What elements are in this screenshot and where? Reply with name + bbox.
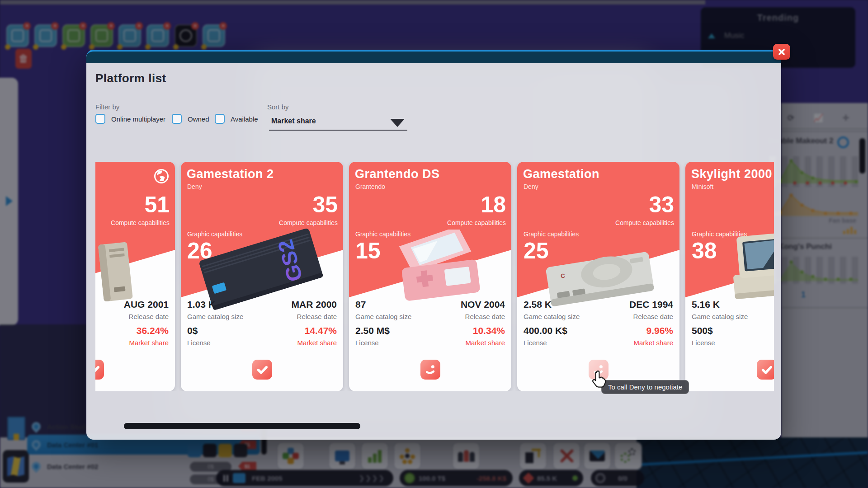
console-illustration <box>95 239 137 307</box>
compute-value: 51 <box>144 193 170 216</box>
sort-dropdown-value: Market share <box>271 117 316 125</box>
market-share-value: 36.24% <box>137 325 169 336</box>
compute-label: Compute capabilities <box>615 219 674 226</box>
close-icon <box>776 47 788 57</box>
graphic-value: 38 <box>692 239 717 262</box>
checkbox-label: Online multiplayer <box>111 115 165 123</box>
platform-company: Deny <box>524 183 538 190</box>
sort-by-label: Sort by <box>267 103 289 111</box>
market-share-label: Market share <box>129 339 169 347</box>
platform-card: Skylight 2000MinisoftGraphic capabilitie… <box>685 162 774 391</box>
page-title: Platform list <box>95 71 166 85</box>
platform-company: Deny <box>187 183 202 190</box>
filter-by-label: Filter by <box>95 103 119 111</box>
release-value: DEC 1994 <box>629 299 673 310</box>
check-icon <box>95 362 102 377</box>
release-label: Release date <box>297 313 337 320</box>
platform-cards-viewport[interactable]: 51 Compute capabilitiesAUG 2001 Release … <box>95 162 774 391</box>
globe-icon <box>153 168 170 184</box>
check-icon <box>255 362 270 377</box>
platform-card: Grantendo DSGrantendo18 Compute capabili… <box>349 162 511 391</box>
release-label: Release date <box>465 313 505 320</box>
catalog-value: 1.03 K <box>187 299 215 310</box>
platform-name: Grantendo DS <box>355 167 440 181</box>
checkbox-owned[interactable]: Owned <box>172 114 209 124</box>
release-value: AUG 2001 <box>124 299 169 310</box>
platform-card: Gamestation 2Deny35 Compute capabilities… <box>181 162 343 391</box>
market-share-label: Market share <box>465 339 505 347</box>
license-label: License <box>187 339 211 347</box>
catalog-value: 87 <box>355 299 366 310</box>
modal-header-band <box>86 50 781 63</box>
catalog-label: Game catalog size <box>355 313 411 320</box>
compute-value: 18 <box>481 193 506 216</box>
market-share-label: Market share <box>297 339 337 347</box>
owned-check-button[interactable] <box>757 360 774 380</box>
market-share-value: 14.47% <box>305 325 337 336</box>
cards-scrollbar-thumb[interactable] <box>124 423 360 429</box>
platform-name: Skylight 2000 <box>691 167 772 181</box>
platform-card: GamestationDeny33 Compute capabilitiesGr… <box>517 162 679 391</box>
chevron-down-icon <box>390 119 405 127</box>
tooltip: To call Deny to negotiate <box>601 380 689 394</box>
catalog-value: 5.16 K <box>692 299 720 310</box>
platform-company: Minisoft <box>692 183 713 190</box>
owned-check-button[interactable] <box>95 360 104 380</box>
compute-value: 35 <box>312 193 338 216</box>
checkbox-label: Available <box>231 115 258 123</box>
license-value: 500$ <box>692 325 713 336</box>
game-screen: ✕ ✕ ✕ ✕ ✕ ✕ ✕ ✕ 🗑 Trending Music ⟳ 📈 ✛ <box>0 0 868 488</box>
market-share-label: Market share <box>633 339 673 347</box>
check-icon <box>759 362 774 377</box>
catalog-label: Game catalog size <box>187 313 243 320</box>
phone-icon <box>423 362 438 377</box>
market-share-value: 10.34% <box>473 325 505 336</box>
license-label: License <box>524 339 547 347</box>
release-label: Release date <box>633 313 673 320</box>
console-illustration <box>720 230 774 310</box>
platform-name: Gamestation <box>523 167 599 181</box>
compute-value: 33 <box>649 193 674 216</box>
checkbox-box[interactable] <box>215 114 225 124</box>
platform-name: Gamestation 2 <box>187 167 274 181</box>
checkbox-available[interactable]: Available <box>215 114 258 124</box>
release-label: Release date <box>129 313 169 320</box>
license-value: 0$ <box>187 325 198 336</box>
checkbox-box[interactable] <box>172 114 182 124</box>
checkbox-online-multiplayer[interactable]: Online multiplayer <box>95 114 165 124</box>
checkbox-label: Owned <box>188 115 209 123</box>
graphic-label: Graphic capabilities <box>524 230 579 238</box>
compute-label: Compute capabilities <box>111 219 170 226</box>
catalog-label: Game catalog size <box>692 313 748 320</box>
owned-check-button[interactable] <box>252 360 272 380</box>
license-value: 400.00 K$ <box>524 325 567 336</box>
release-value: NOV 2004 <box>461 299 505 310</box>
close-button[interactable] <box>773 44 790 60</box>
checkbox-box[interactable] <box>95 114 105 124</box>
license-label: License <box>692 339 715 347</box>
license-value: 2.50 M$ <box>355 325 390 336</box>
platform-company: Grantendo <box>355 183 385 190</box>
market-share-value: 9.96% <box>646 325 673 336</box>
release-value: MAR 2000 <box>292 299 337 310</box>
catalog-label: Game catalog size <box>524 313 580 320</box>
compute-label: Compute capabilities <box>447 219 506 226</box>
call-to-negotiate-button[interactable] <box>420 360 440 380</box>
catalog-value: 2.58 K <box>524 299 552 310</box>
cursor-hand-icon <box>590 370 607 389</box>
license-label: License <box>355 339 379 347</box>
sort-dropdown[interactable]: Market share <box>269 116 407 131</box>
platform-card: 51 Compute capabilitiesAUG 2001 Release … <box>95 162 175 391</box>
